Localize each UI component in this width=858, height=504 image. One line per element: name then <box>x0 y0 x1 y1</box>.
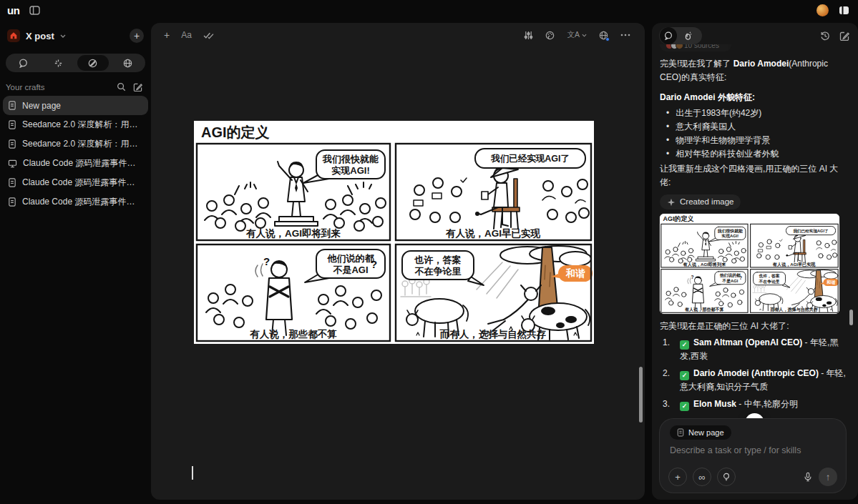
attach-button[interactable]: + <box>668 468 687 486</box>
workspace-switcher[interactable]: X post + <box>0 26 151 46</box>
editor-toolbar: + Aa 文A <box>151 23 645 47</box>
harmony-badge: 和谐 <box>826 280 836 285</box>
sidebar-toggle-icon[interactable] <box>29 6 40 15</box>
panel2-bubble-line1: 我们已经实现AGI了 <box>792 229 828 234</box>
panel4-caption: 而有人，选择与自然共存 <box>769 307 818 312</box>
bullet-icon: • <box>666 107 669 120</box>
draw-mode-tab[interactable] <box>77 55 109 71</box>
document-icon <box>8 120 16 129</box>
craft-item-new-page[interactable]: New page <box>3 96 148 115</box>
bullet-icon: • <box>666 147 669 161</box>
regen-line: 让我重新生成这个四格漫画,用正确的三位 AI 大佬: <box>660 162 848 189</box>
list-item: 2.✓Dario Amodei (Anthropic CEO) - 年轻,意大利… <box>663 367 848 394</box>
new-craft-button[interactable]: + <box>130 29 144 43</box>
spark-mode-tab[interactable] <box>42 55 74 71</box>
editor-body: AGI的定义 <box>151 47 639 500</box>
check-icon: ✓ <box>680 371 689 380</box>
comic-title: AGI的定义 <box>201 124 270 140</box>
text-format-icon[interactable]: Aa <box>181 30 192 40</box>
features-list: •出生于1983年(约42岁) •意大利裔美国人 •物理学和生物物理学背景 •相… <box>660 107 848 161</box>
harmony-badge: 和谐 <box>565 267 586 279</box>
search-icon[interactable] <box>117 82 126 92</box>
panel2-caption: 有人说，AGI早已实现 <box>772 262 816 267</box>
mode-switcher <box>6 54 145 72</box>
chat-tab[interactable] <box>660 27 677 44</box>
check-icon: ✓ <box>680 340 689 350</box>
document-icon <box>8 139 16 149</box>
panel4-bubble-line2: 不在争论里 <box>414 266 462 277</box>
panel-toggle-icon[interactable] <box>839 6 849 15</box>
people-list: 1.✓Sam Altman (OpenAI CEO) - 年轻,黑发,西装 2.… <box>660 336 848 411</box>
editor-panel: + Aa 文A <box>151 23 645 500</box>
craft-list: New page Seedance 2.0 深度解析：用法、对... Seeda… <box>0 96 151 212</box>
context-chip[interactable]: New page <box>670 425 731 440</box>
user-avatar[interactable] <box>816 4 829 16</box>
document-icon <box>8 101 16 110</box>
tune-sliders-icon[interactable] <box>524 31 533 40</box>
craft-item[interactable]: Seedance 2.0 深度解析：用法、对... <box>3 134 148 154</box>
created-image-chip[interactable]: Created image <box>660 194 741 209</box>
panel3-caption: 有人说，那些都不算 <box>684 307 723 312</box>
compose-icon[interactable] <box>133 82 142 92</box>
chevron-down-icon <box>60 34 66 38</box>
source-avatars <box>666 44 681 49</box>
web-mode-tab[interactable] <box>112 55 144 71</box>
app-logo: un <box>6 4 19 16</box>
assistant-panel: 10 sources 完美!现在我了解了 Dario Amodei(Anthro… <box>652 23 858 500</box>
panel2-bubble-line1: 我们已经实现AGI了 <box>490 153 570 164</box>
chat-mode-tab[interactable] <box>7 55 39 71</box>
list-item: 1.✓Sam Altman (OpenAI CEO) - 年轻,黑发,西装 <box>663 336 848 363</box>
workspace-icon <box>7 29 20 42</box>
notification-dot <box>605 37 610 41</box>
composer: New page + ∞ ↑ <box>659 418 847 493</box>
more-options-icon[interactable] <box>620 34 630 36</box>
panel1-bubble-line2: 实现AGI! <box>721 233 738 239</box>
comic-image[interactable]: AGI的定义 <box>194 121 594 344</box>
craft-item[interactable]: Claude Code 源码泄露事件全解析 <box>3 173 148 192</box>
craft-item[interactable]: Claude Code 源码泄露事件全解析... <box>3 192 148 212</box>
craft-item[interactable]: Claude Code 源码泄露事件全解析 <box>3 154 148 173</box>
insert-block-icon[interactable]: + <box>164 29 170 41</box>
generated-image-thumbnail[interactable]: AGI的定义 <box>660 214 839 314</box>
lightbulb-icon <box>722 473 731 482</box>
panel4-bubble-line2: 不在争论里 <box>759 279 780 285</box>
sources-chip[interactable]: 10 sources <box>660 44 731 51</box>
panel3-bubble-line1: 他们说的都 <box>719 272 741 278</box>
document-icon <box>8 178 16 187</box>
panel3-bubble-line1: 他们说的都 <box>327 253 375 264</box>
agi-comic: AGI的定义 <box>660 214 839 314</box>
mic-button[interactable] <box>803 472 813 483</box>
send-button[interactable]: ↑ <box>819 468 837 486</box>
publish-globe-icon[interactable] <box>599 31 608 40</box>
composer-input[interactable] <box>670 445 836 455</box>
translate-icon[interactable]: 文A <box>567 30 587 40</box>
history-icon[interactable] <box>820 31 830 41</box>
editor-scrollbar[interactable] <box>639 367 643 423</box>
panel4-bubble-line1: 也许，答案 <box>759 273 780 279</box>
assistant-scrollbar[interactable] <box>849 310 853 325</box>
agent-hand-tab[interactable] <box>677 27 698 44</box>
bullet-icon: • <box>666 120 669 134</box>
question-mark: ? <box>263 255 270 267</box>
theme-palette-icon[interactable] <box>545 31 555 40</box>
document-icon <box>677 428 684 437</box>
assistant-messages: 10 sources 完美!现在我了解了 Dario Amodei(Anthro… <box>652 44 858 418</box>
panel1-bubble-line2: 实现AGI! <box>331 165 369 176</box>
panel3-bubble-line2: 不是AGI <box>332 265 368 275</box>
bullet-icon: • <box>666 134 669 147</box>
question-mark: ? <box>691 275 694 280</box>
workspace-name: X post <box>26 31 54 41</box>
document-icon <box>8 197 16 207</box>
list-item: 3.✓Elon Musk - 中年,轮廓分明 <box>663 397 848 411</box>
agi-comic: AGI的定义 <box>194 121 594 344</box>
comic-title: AGI的定义 <box>663 215 694 222</box>
infinity-mode-button[interactable]: ∞ <box>693 468 711 486</box>
message-intro: 完美!现在我了解了 Dario Amodei(Anthropic CEO)的真实… <box>660 57 848 84</box>
crafts-label: Your crafts <box>6 83 109 92</box>
new-chat-icon[interactable] <box>839 31 849 41</box>
panel2-caption: 有人说，AGI早已实现 <box>445 228 541 239</box>
text-caret <box>192 466 193 480</box>
double-check-icon[interactable] <box>203 31 214 39</box>
craft-item[interactable]: Seedance 2.0 深度解析：用法、对... <box>3 115 148 134</box>
ideas-button[interactable] <box>717 468 736 486</box>
